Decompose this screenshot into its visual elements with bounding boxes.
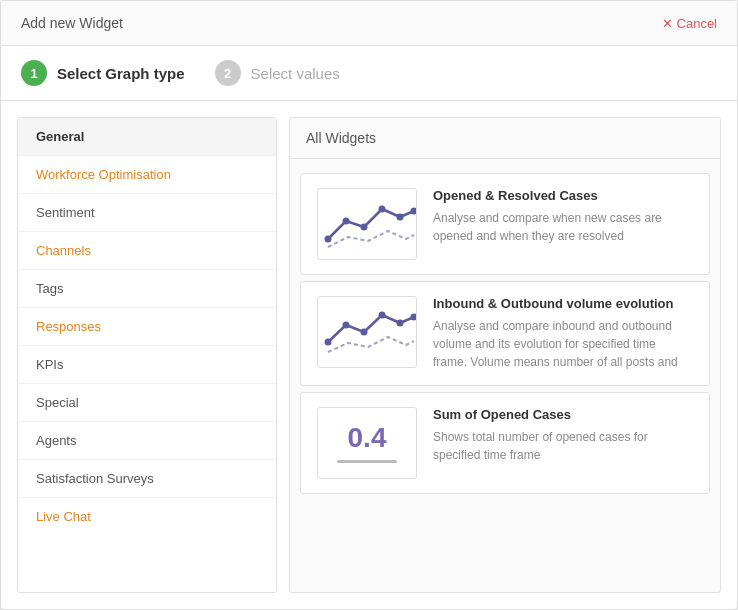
step-1-label: Select Graph type [57, 65, 185, 82]
add-widget-modal: Add new Widget ✕ Cancel 1 Select Graph t… [0, 0, 738, 610]
widgets-header: All Widgets [290, 118, 720, 159]
sidebar-item-agents[interactable]: Agents [18, 422, 276, 460]
widget-info-sum-opened: Sum of Opened Cases Shows total number o… [433, 407, 693, 464]
step-2-label: Select values [251, 65, 340, 82]
svg-point-2 [361, 224, 368, 231]
widget-name-sum-opened: Sum of Opened Cases [433, 407, 693, 422]
sum-underline [337, 460, 397, 463]
sidebar-item-kpis[interactable]: KPIs [18, 346, 276, 384]
widget-desc-opened-resolved: Analyse and compare when new cases are o… [433, 209, 693, 245]
svg-point-10 [397, 320, 404, 327]
sidebar-item-tags[interactable]: Tags [18, 270, 276, 308]
step-2-number: 2 [215, 60, 241, 86]
sidebar-item-livechat[interactable]: Live Chat [18, 498, 276, 535]
steps-bar: 1 Select Graph type 2 Select values [1, 46, 737, 101]
step-1: 1 Select Graph type [21, 60, 185, 86]
step-2: 2 Select values [215, 60, 340, 86]
sidebar-item-channels[interactable]: Channels [18, 232, 276, 270]
sidebar-item-special[interactable]: Special [18, 384, 276, 422]
widget-desc-sum-opened: Shows total number of opened cases for s… [433, 428, 693, 464]
sidebar-item-workforce[interactable]: Workforce Optimisation [18, 156, 276, 194]
svg-point-1 [343, 218, 350, 225]
widget-info-opened-resolved: Opened & Resolved Cases Analyse and comp… [433, 188, 693, 245]
sidebar: General Workforce Optimisation Sentiment… [17, 117, 277, 593]
svg-point-0 [325, 236, 332, 243]
widgets-panel: All Widgets [289, 117, 721, 593]
svg-point-7 [343, 322, 350, 329]
widget-name-inbound-outbound: Inbound & Outbound volume evolution [433, 296, 693, 311]
sidebar-item-general[interactable]: General [18, 118, 276, 156]
sidebar-item-responses[interactable]: Responses [18, 308, 276, 346]
widget-thumb-sum-opened: 0.4 [317, 407, 417, 479]
svg-point-6 [325, 339, 332, 346]
svg-point-9 [379, 312, 386, 319]
widget-item-inbound-outbound[interactable]: Inbound & Outbound volume evolution Anal… [300, 281, 710, 386]
widget-name-opened-resolved: Opened & Resolved Cases [433, 188, 693, 203]
svg-point-4 [397, 214, 404, 221]
widget-thumb-opened-resolved [317, 188, 417, 260]
sum-value: 0.4 [348, 424, 387, 452]
modal-header: Add new Widget ✕ Cancel [1, 1, 737, 46]
svg-point-8 [361, 329, 368, 336]
cancel-button[interactable]: ✕ Cancel [662, 16, 717, 31]
modal-title: Add new Widget [21, 15, 123, 31]
widget-item-opened-resolved[interactable]: Opened & Resolved Cases Analyse and comp… [300, 173, 710, 275]
sidebar-item-sentiment[interactable]: Sentiment [18, 194, 276, 232]
widgets-list[interactable]: Opened & Resolved Cases Analyse and comp… [290, 159, 720, 592]
widget-desc-inbound-outbound: Analyse and compare inbound and outbound… [433, 317, 693, 371]
widget-thumb-inbound-outbound [317, 296, 417, 368]
step-1-number: 1 [21, 60, 47, 86]
sidebar-item-satisfaction[interactable]: Satisfaction Surveys [18, 460, 276, 498]
widget-item-sum-opened[interactable]: 0.4 Sum of Opened Cases Shows total numb… [300, 392, 710, 494]
widget-info-inbound-outbound: Inbound & Outbound volume evolution Anal… [433, 296, 693, 371]
svg-point-3 [379, 206, 386, 213]
content-area: General Workforce Optimisation Sentiment… [1, 101, 737, 609]
